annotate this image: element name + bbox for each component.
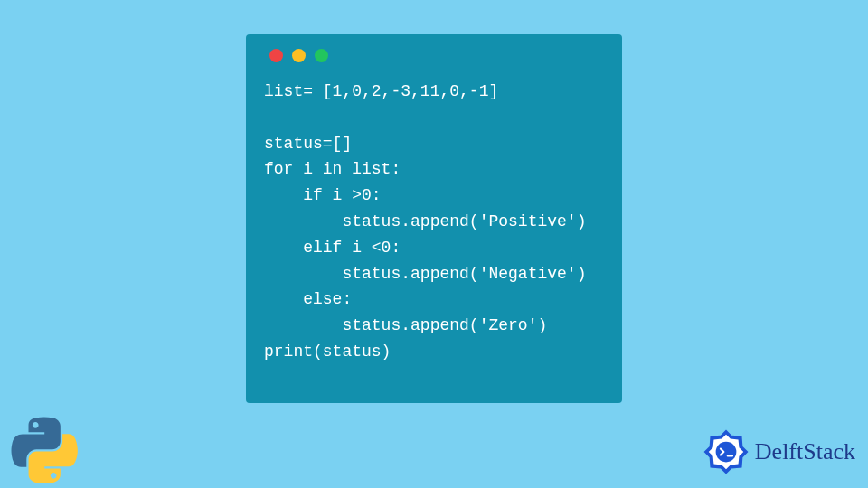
brand-name: DelftStack [755,438,855,465]
window-traffic-lights [269,49,604,62]
code-line: elif i <0: [264,239,401,257]
python-icon [11,416,78,483]
close-icon [269,49,283,62]
code-line: status.append('Positive') [264,212,586,230]
delftstack-badge-icon [701,427,751,477]
code-line: print(status) [264,343,391,361]
brand-footer: DelftStack [701,427,855,477]
minimize-icon [292,49,306,62]
code-window: list= [1,0,2,-3,11,0,-1] status=[] for i… [246,34,622,403]
code-block: list= [1,0,2,-3,11,0,-1] status=[] for i… [264,79,604,365]
code-line: status.append('Negative') [264,265,586,283]
code-line: status.append('Zero') [264,316,547,334]
code-line: for i in list: [264,160,401,178]
code-line: status=[] [264,135,352,153]
code-line: list= [1,0,2,-3,11,0,-1] [264,82,498,100]
code-line: else: [264,290,352,308]
svg-point-2 [715,442,736,463]
code-line: if i >0: [264,186,382,204]
maximize-icon [315,49,328,62]
